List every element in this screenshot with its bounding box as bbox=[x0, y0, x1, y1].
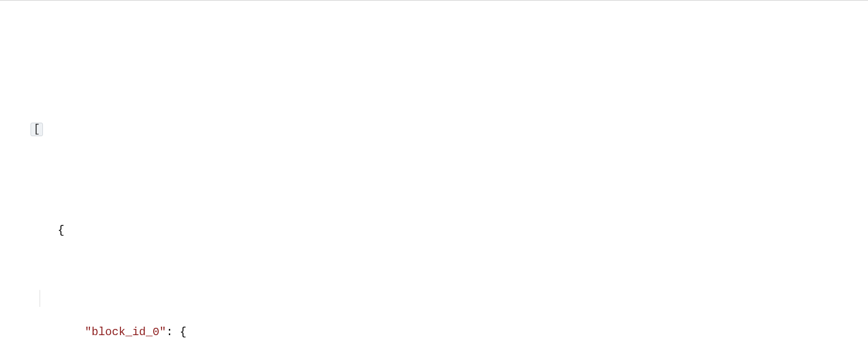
array-open-bracket: [ bbox=[31, 123, 43, 136]
colon: : bbox=[166, 326, 180, 339]
json-output-cell: [ { "block_id_0": { "acl_stored_hash": "… bbox=[0, 0, 868, 347]
obj0-open-brace: { bbox=[58, 224, 64, 237]
obj0-block-key: "block_id_0" bbox=[85, 326, 166, 339]
obj0-inner-open: { bbox=[180, 326, 186, 339]
